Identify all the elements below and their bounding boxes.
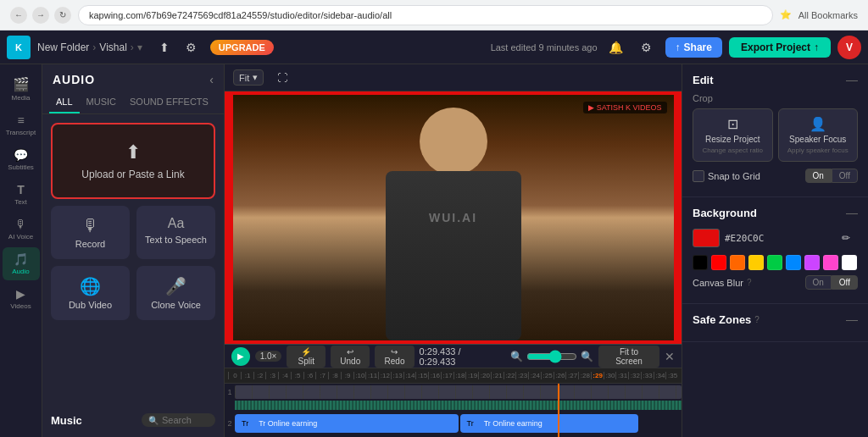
collapse-panel-button[interactable]: ‹: [209, 73, 214, 86]
text-to-speech-button[interactable]: Aa Text to Speech: [136, 206, 215, 259]
redo-button[interactable]: ↪ Redo: [375, 346, 414, 368]
zoom-slider[interactable]: [526, 350, 577, 363]
sidebar-item-text[interactable]: T Text: [3, 178, 40, 211]
eyedropper-button[interactable]: ✏: [834, 226, 858, 250]
time-display: 0:29.433 / 0:29.433: [420, 346, 499, 367]
speaker-focus-button[interactable]: 👤 Speaker Focus Apply speaker focus: [778, 108, 859, 162]
speaker-sub: Apply speaker focus: [787, 147, 849, 154]
snap-checkbox[interactable]: [693, 170, 704, 182]
blur-on-button[interactable]: On: [805, 275, 832, 290]
crop-label: Crop: [693, 93, 858, 103]
share-icon: ↑: [676, 41, 681, 53]
transcript-icon: ≡: [17, 113, 24, 127]
color-red[interactable]: [711, 255, 726, 270]
tts-icon: Aa: [168, 216, 185, 231]
sidebar-item-videos[interactable]: ▶ Videos: [3, 282, 40, 315]
snap-label: Snap to Grid: [708, 171, 760, 181]
expand-canvas-button[interactable]: ⛶: [270, 66, 294, 90]
refresh-button[interactable]: ↻: [54, 7, 71, 24]
crop-area: Crop ⊡ Resize Project Change aspect rati…: [693, 93, 858, 162]
audio-content: ⬆ Upload or Paste a Link 🎙 Record Aa Tex…: [42, 114, 224, 413]
bg-color-swatch[interactable]: [693, 229, 720, 247]
track-row-audio: [225, 401, 682, 410]
color-purple[interactable]: [804, 255, 820, 270]
sidebar-item-ai-voice[interactable]: 🎙 AI Voice: [3, 213, 40, 246]
upgrade-button[interactable]: UPGRADE: [210, 40, 274, 55]
tab-sound-effects[interactable]: SOUND EFFECTS: [123, 91, 215, 113]
color-pink[interactable]: [823, 255, 838, 270]
fit-screen-button[interactable]: Fit to Screen: [598, 346, 659, 368]
undo-button[interactable]: ↩ Undo: [331, 346, 370, 368]
speaker-icon: 👤: [810, 116, 826, 132]
forward-button[interactable]: →: [32, 7, 49, 24]
sidebar-item-media[interactable]: 🎬 Media: [3, 71, 40, 107]
bg-section-header: Background —: [693, 206, 858, 219]
safe-zones-info-icon: ?: [754, 315, 760, 324]
play-button[interactable]: ▶: [231, 347, 250, 366]
tab-all[interactable]: ALL: [49, 91, 80, 113]
address-bar[interactable]: kapwing.com/67b69e7247569cdf81a24559/stu…: [78, 5, 773, 25]
color-white[interactable]: [842, 255, 857, 270]
music-search-input[interactable]: [162, 415, 209, 425]
export-button[interactable]: Export Project ↑: [729, 37, 831, 58]
zoom-in-icon: 🔍: [581, 351, 593, 362]
dub-video-button[interactable]: 🌐 Dub Video: [51, 266, 130, 320]
safe-zones-collapse[interactable]: —: [846, 313, 858, 326]
fit-dropdown[interactable]: Fit ▾: [233, 69, 264, 86]
bg-collapse[interactable]: —: [846, 206, 858, 219]
record-button[interactable]: 🎙 Record: [51, 206, 130, 259]
notification-button[interactable]: 🔔: [604, 36, 628, 59]
export-icon: ↑: [814, 41, 819, 53]
avatar[interactable]: V: [837, 36, 861, 59]
ruler-marks: 0 :1 :2 :3 :4 :5 :6 :7 :8 :9 :10 :11 :12…: [228, 372, 678, 379]
music-header: Music 🔍: [51, 413, 215, 427]
back-button[interactable]: ←: [10, 7, 27, 24]
user-name[interactable]: Vishal: [99, 41, 126, 53]
track-label-1: 1: [225, 388, 235, 396]
text-icon: T: [17, 183, 25, 196]
gear-button[interactable]: ⚙: [635, 36, 659, 59]
color-green[interactable]: [767, 255, 782, 270]
online-earning-clip-2[interactable]: Tr Tr Online earning: [460, 414, 639, 433]
media-icon: 🎬: [13, 76, 30, 92]
sidebar-item-subtitles[interactable]: 💬 Subtitles: [3, 143, 40, 176]
speed-button[interactable]: 1.0×: [255, 351, 282, 362]
sidebar-item-transcript[interactable]: ≡ Transcript: [3, 108, 40, 141]
color-yellow[interactable]: [748, 255, 764, 270]
color-black[interactable]: [693, 255, 708, 270]
ai-voice-icon: 🎙: [15, 218, 27, 231]
audio-waveform: [235, 401, 682, 410]
upload-paste-box[interactable]: ⬆ Upload or Paste a Link: [51, 123, 215, 199]
snap-toggle: On Off: [805, 169, 859, 183]
clone-icon: 🎤: [165, 276, 186, 296]
close-timeline-button[interactable]: ✕: [665, 350, 675, 363]
resize-project-button[interactable]: ⊡ Resize Project Change aspect ratio: [693, 108, 773, 162]
breadcrumb-sep: ›: [92, 41, 96, 53]
folder-actions: ⬆ ⚙: [153, 36, 203, 59]
tab-music[interactable]: MUSIC: [80, 91, 123, 113]
search-icon: 🔍: [148, 416, 159, 425]
blur-off-button[interactable]: Off: [832, 275, 858, 290]
browser-nav-controls: ← → ↻: [10, 7, 71, 24]
upload-button[interactable]: ⬆: [153, 36, 176, 59]
resize-label: Resize Project: [705, 135, 760, 144]
color-blue[interactable]: [786, 255, 801, 270]
sidebar-label-media: Media: [12, 94, 31, 102]
app-logo: K: [7, 36, 31, 59]
folder-name[interactable]: New Folder: [37, 41, 89, 53]
online-earning-clip-1[interactable]: Tr Tr Online earning: [235, 414, 459, 433]
color-palette: [693, 255, 858, 270]
clone-voice-button[interactable]: 🎤 Clone Voice: [136, 266, 215, 320]
breadcrumb: New Folder › Vishal › ▾: [37, 41, 142, 53]
track-content-1[interactable]: [235, 385, 682, 399]
settings-button[interactable]: ⚙: [180, 36, 203, 59]
snap-on-button[interactable]: On: [805, 169, 832, 183]
edit-collapse[interactable]: —: [846, 73, 858, 86]
snap-off-button[interactable]: Off: [832, 169, 858, 183]
music-search-box[interactable]: 🔍: [142, 413, 215, 427]
safe-zones-section: Safe Zones ? —: [682, 304, 868, 342]
share-button[interactable]: ↑ Share: [665, 37, 722, 58]
sidebar-item-audio[interactable]: 🎵 Audio: [3, 247, 40, 280]
color-orange[interactable]: [730, 255, 745, 270]
split-button[interactable]: ⚡ Split: [287, 346, 326, 368]
